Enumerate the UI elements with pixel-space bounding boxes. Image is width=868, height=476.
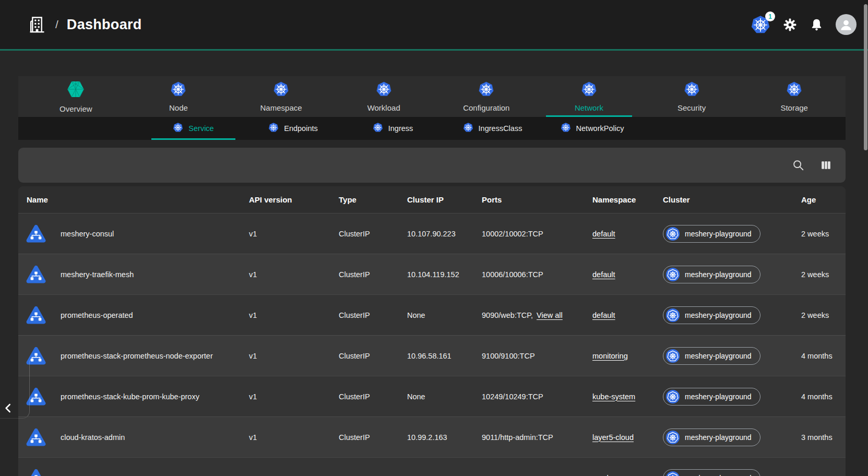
cluster-chip[interactable]: meshery-playground — [663, 225, 760, 243]
table-row[interactable]: prometheus-stack-prometheus-node-exporte… — [18, 335, 846, 376]
account-avatar[interactable] — [836, 14, 857, 35]
table-row[interactable]: meshery-traefik-meshv1ClusterIP10.104.11… — [18, 254, 846, 294]
namespace-link[interactable]: meshery — [592, 474, 622, 476]
type-cell: ClusterIP — [339, 311, 407, 319]
tab-storage[interactable]: Storage — [743, 76, 846, 117]
breadcrumb: / Dashboard — [27, 14, 142, 35]
subtab-ingress[interactable]: Ingress — [343, 117, 443, 140]
tab-network[interactable]: Network — [538, 76, 640, 117]
ports-value: 9100/9100:TCP — [482, 352, 535, 360]
kubernetes-icon — [478, 81, 494, 99]
api-version-cell: v1 — [249, 270, 339, 279]
cluster-chip[interactable]: meshery-playground — [663, 469, 760, 476]
tab-node[interactable]: Node — [127, 76, 230, 117]
subtab-ingressclass[interactable]: IngressClass — [443, 117, 542, 140]
tab-label: Configuration — [463, 103, 509, 112]
view-all-link[interactable]: View all — [537, 311, 563, 319]
service-icon — [26, 264, 46, 285]
kubernetes-icon — [268, 122, 279, 135]
ports-value: 10249/10249:TCP — [482, 392, 543, 401]
table-row[interactable]: cloud-kratos-adminv1ClusterIP10.99.2.163… — [18, 416, 846, 457]
namespace-link[interactable]: default — [592, 311, 615, 319]
column-header-age[interactable]: Age — [801, 195, 846, 204]
namespace-cell: kube-system — [592, 392, 663, 401]
ports-cell: 10002/10002:TCP — [482, 230, 592, 238]
context-count-badge: 1 — [765, 11, 775, 21]
ports-cell: 9090/web:TCP,View all — [482, 311, 592, 319]
tab-security[interactable]: Security — [640, 76, 743, 117]
type-cell: ClusterIP — [339, 433, 407, 442]
column-header-name[interactable]: Name — [18, 195, 249, 204]
namespace-link[interactable]: kube-system — [592, 392, 635, 401]
service-icon — [26, 468, 46, 476]
namespace-cell: layer5-cloud — [592, 433, 663, 442]
namespace-cell: monitoring — [592, 352, 663, 360]
namespace-link[interactable]: layer5-cloud — [592, 433, 634, 442]
building-icon[interactable] — [27, 14, 47, 35]
cluster-cell: meshery-playground — [663, 388, 801, 406]
type-cell: ClusterIP — [339, 230, 407, 238]
namespace-link[interactable]: default — [592, 270, 615, 279]
api-version-cell: v1 — [249, 352, 339, 360]
column-header-namespace[interactable]: Namespace — [592, 195, 663, 204]
age-cell: 3 months — [801, 433, 846, 442]
subtab-service[interactable]: Service — [144, 117, 243, 140]
chevron-left-icon[interactable] — [2, 401, 15, 416]
table-row[interactable]: meshery-consulv1ClusterIP10.107.90.22310… — [18, 213, 846, 254]
service-icon — [26, 223, 46, 244]
tab-overview[interactable]: Overview — [25, 76, 127, 117]
ports-cell: 10006/10006:TCP — [482, 270, 592, 279]
cluster-chip[interactable]: meshery-playground — [663, 429, 760, 446]
subtab-label: Ingress — [388, 124, 413, 133]
column-header-api-version[interactable]: API version — [249, 195, 339, 204]
cluster-chip[interactable]: meshery-playground — [663, 306, 760, 324]
column-header-cluster[interactable]: Cluster — [663, 195, 801, 204]
meshery-icon — [67, 80, 85, 100]
ports-cell: 10249/10249:TCP — [482, 392, 592, 401]
cluster-ip-cell: None — [407, 311, 482, 319]
ports-cell: 9011/http-admin:TCP — [482, 433, 592, 442]
service-icon — [26, 305, 46, 326]
age-cell: 4 months — [801, 392, 846, 401]
view-columns-icon[interactable] — [818, 158, 833, 173]
kubernetes-icon — [666, 308, 680, 322]
column-header-type[interactable]: Type — [339, 195, 407, 204]
cluster-ip-cell: None — [407, 392, 482, 401]
cluster-cell: meshery-playground — [663, 225, 801, 243]
notifications-bell-icon[interactable] — [809, 17, 824, 32]
column-header-cluster-ip[interactable]: Cluster IP — [407, 195, 482, 204]
namespace-cell: default — [592, 230, 663, 238]
tab-label: Namespace — [260, 103, 302, 112]
subtab-endpoints[interactable]: Endpoints — [243, 117, 343, 140]
subtab-indicator — [151, 138, 235, 140]
cluster-chip[interactable]: meshery-playground — [663, 266, 760, 283]
cluster-chip[interactable]: meshery-playground — [663, 347, 760, 365]
tab-workload[interactable]: Workload — [332, 76, 435, 117]
cluster-chip[interactable]: meshery-playground — [663, 388, 760, 406]
service-name: meshery-consul — [61, 230, 114, 238]
subtab-label: Service — [188, 124, 213, 133]
header-actions: 1 — [751, 14, 857, 35]
tab-configuration[interactable]: Configuration — [435, 76, 538, 117]
table-row[interactable]: mesherymeshery-playground — [18, 457, 846, 476]
namespace-link[interactable]: default — [592, 230, 615, 238]
kubernetes-icon — [666, 268, 680, 281]
settings-gear-icon[interactable] — [782, 17, 797, 32]
scrollbar-thumb[interactable] — [864, 4, 867, 150]
top-app-bar: / Dashboard 1 — [0, 0, 868, 51]
kubernetes-icon — [684, 81, 700, 99]
cluster-chip-label: meshery-playground — [685, 433, 752, 442]
namespace-link[interactable]: monitoring — [592, 352, 628, 360]
table-header-row: NameAPI versionTypeCluster IPPortsNamesp… — [18, 186, 846, 213]
services-table: NameAPI versionTypeCluster IPPortsNamesp… — [18, 186, 846, 476]
kubernetes-context-icon[interactable]: 1 — [751, 15, 770, 34]
type-cell: ClusterIP — [339, 270, 407, 279]
table-row[interactable]: prometheus-operatedv1ClusterIPNone9090/w… — [18, 294, 846, 335]
column-header-ports[interactable]: Ports — [482, 195, 592, 204]
subtab-networkpolicy[interactable]: NetworkPolicy — [542, 117, 642, 140]
kubernetes-icon — [463, 122, 473, 135]
table-row[interactable]: prometheus-stack-kube-prom-kube-proxyv1C… — [18, 376, 846, 416]
search-icon[interactable] — [791, 158, 805, 173]
tab-namespace[interactable]: Namespace — [230, 76, 332, 117]
tab-label: Workload — [367, 103, 400, 112]
